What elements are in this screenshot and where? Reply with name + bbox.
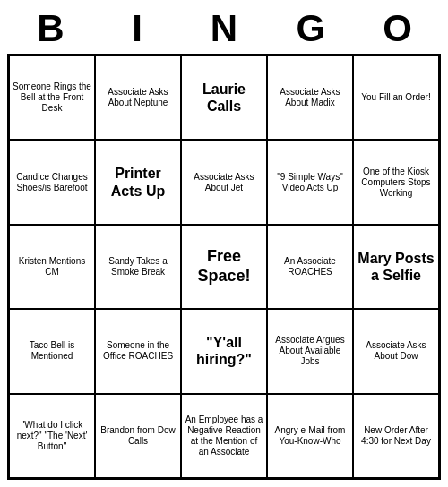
bingo-cell-6: Printer Acts Up	[95, 140, 181, 224]
bingo-cell-18: Associate Argues About Available Jobs	[267, 309, 353, 393]
bingo-cell-17: "Y'all hiring?"	[181, 309, 267, 393]
bingo-cell-11: Sandy Takes a Smoke Break	[95, 225, 181, 309]
bingo-cell-13: An Associate ROACHES	[267, 225, 353, 309]
bingo-cell-0: Someone Rings the Bell at the Front Desk	[9, 56, 95, 140]
bingo-grid: Someone Rings the Bell at the Front Desk…	[7, 54, 441, 480]
bingo-letter-g: G	[271, 7, 350, 50]
bingo-cell-19: Associate Asks About Dow	[353, 309, 439, 393]
bingo-cell-12: Free Space!	[181, 225, 267, 309]
bingo-letter-n: N	[185, 7, 263, 50]
bingo-cell-16: Someone in the Office ROACHES	[95, 309, 181, 393]
bingo-cell-21: Brandon from Dow Calls	[95, 394, 181, 478]
bingo-letter-b: B	[11, 7, 90, 50]
bingo-letter-o: O	[358, 7, 437, 50]
bingo-cell-4: You Fill an Order!	[353, 56, 439, 140]
bingo-cell-24: New Order After 4:30 for Next Day	[353, 394, 439, 478]
bingo-letter-i: I	[98, 7, 177, 50]
bingo-cell-22: An Employee has a Negative Reaction at t…	[181, 394, 267, 478]
bingo-cell-1: Associate Asks About Neptune	[95, 56, 181, 140]
bingo-title: BINGO	[7, 7, 441, 50]
bingo-cell-10: Kristen Mentions CM	[9, 225, 95, 309]
bingo-cell-3: Associate Asks About Madix	[267, 56, 353, 140]
bingo-cell-5: Candice Changes Shoes/is Barefoot	[9, 140, 95, 224]
bingo-cell-15: Taco Bell is Mentioned	[9, 309, 95, 393]
bingo-cell-20: "What do I click next?" "The 'Next' Butt…	[9, 394, 95, 478]
bingo-cell-7: Associate Asks About Jet	[181, 140, 267, 224]
bingo-cell-2: Laurie Calls	[181, 56, 267, 140]
bingo-cell-9: One of the Kiosk Computers Stops Working	[353, 140, 439, 224]
bingo-cell-23: Angry e-Mail from You-Know-Who	[267, 394, 353, 478]
bingo-cell-8: "9 Simple Ways" Video Acts Up	[267, 140, 353, 224]
bingo-cell-14: Mary Posts a Selfie	[353, 225, 439, 309]
